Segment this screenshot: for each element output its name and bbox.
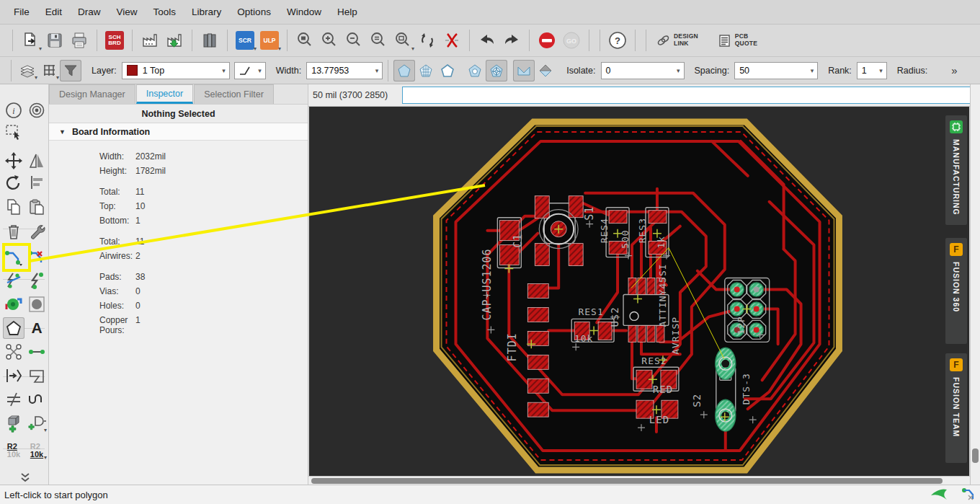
spacing-select[interactable]: 50 ▾ (734, 62, 818, 79)
align-tool[interactable] (26, 172, 48, 193)
route-status-icon[interactable] (960, 487, 976, 503)
signal-tool[interactable] (3, 341, 24, 363)
change-tool[interactable] (26, 221, 48, 242)
menu-file[interactable]: File (6, 4, 37, 20)
stop-button[interactable] (535, 28, 559, 53)
rank-select[interactable]: 1 ▾ (857, 62, 887, 79)
manufacturing-tab[interactable]: MANUFACTURING (945, 115, 967, 225)
menu-view[interactable]: View (109, 4, 146, 20)
menu-options[interactable]: Options (229, 4, 279, 20)
run-ulp-button[interactable]: ULP ▾ (257, 28, 282, 53)
copy-tool[interactable] (3, 196, 24, 218)
fusion-360-tab[interactable]: F FUSION 360 (945, 238, 967, 344)
dropdown-caret: ▾ (879, 67, 883, 74)
ripup-tool[interactable] (26, 247, 48, 269)
grid-button[interactable]: ▾ (38, 60, 60, 81)
spin-button[interactable] (440, 28, 464, 53)
info-tool[interactable]: i (3, 100, 24, 121)
route-airwire-tool[interactable] (3, 247, 24, 269)
library-button[interactable] (197, 28, 222, 53)
zoom-out-button[interactable] (342, 28, 366, 53)
menu-edit[interactable]: Edit (37, 4, 70, 20)
vertical-scrollbar-thumb[interactable] (972, 448, 979, 463)
menu-tools[interactable]: Tools (146, 4, 184, 20)
stop-icon (537, 30, 557, 50)
refresh-button[interactable] (415, 28, 440, 53)
collapse-triangle-icon: ▼ (59, 128, 66, 136)
zoom-select-button[interactable] (366, 28, 391, 53)
ratsnest-tool[interactable] (3, 389, 24, 410)
quick-route-tool[interactable] (26, 270, 48, 291)
menu-help[interactable]: Help (329, 4, 365, 20)
value-tool[interactable]: R2 10k ▾ (26, 440, 48, 461)
design-link-button[interactable]: DESIGNLINK (651, 28, 703, 53)
pour-hatch-button[interactable] (415, 60, 437, 81)
orphans-on-button[interactable] (513, 60, 535, 81)
via-tool[interactable] (3, 293, 24, 315)
horizontal-scrollbar-thumb[interactable] (311, 478, 943, 484)
delete-tool[interactable] (3, 221, 24, 242)
fusion-team-tab[interactable]: F FUSION TEAM (945, 353, 967, 463)
orphans-off-button[interactable] (535, 60, 556, 81)
zoom-in-button[interactable] (317, 28, 342, 53)
show-tool[interactable] (26, 100, 48, 121)
width-select[interactable]: 13.77953 ▾ (306, 62, 383, 79)
signal-wave-tool[interactable] (26, 389, 48, 410)
tab-design-manager[interactable]: Design Manager (49, 84, 135, 104)
info-row: Width:2032mil (49, 149, 308, 164)
pcb-quote-button[interactable]: PCBQUOTE (713, 28, 762, 53)
tab-inspector[interactable]: Inspector (136, 84, 193, 104)
print-button[interactable] (67, 28, 92, 53)
polygon-tool[interactable] (3, 317, 24, 339)
menu-draw[interactable]: Draw (70, 4, 109, 20)
orphan-diamond-icon (538, 63, 553, 78)
text-tool[interactable]: A (26, 317, 48, 339)
command-input[interactable] (402, 87, 977, 104)
redo-button[interactable] (499, 28, 524, 53)
rotate-tool[interactable] (3, 172, 24, 193)
meander-tool[interactable] (3, 365, 24, 386)
switch-sch-brd-button[interactable]: SCH BRD (102, 28, 127, 53)
circle-tool[interactable] (26, 293, 48, 315)
wire-tool[interactable] (26, 341, 48, 363)
layer-settings-button[interactable]: ▾ (17, 60, 38, 81)
open-document-button[interactable]: ▾ (18, 28, 43, 53)
miter-tool[interactable] (26, 365, 48, 386)
select-tool[interactable] (3, 121, 24, 143)
load-job-button[interactable] (162, 28, 187, 53)
pour-solid-button[interactable] (393, 60, 415, 81)
help-button[interactable]: ? (605, 28, 630, 53)
more-params-chevron[interactable]: » (951, 64, 957, 76)
menu-library[interactable]: Library (184, 4, 229, 20)
vertical-scrollbar[interactable] (970, 84, 980, 485)
document-icon (21, 31, 40, 50)
move-tool[interactable] (3, 150, 24, 172)
unroute-tool[interactable] (3, 270, 24, 291)
pcb-board-canvas[interactable]: CAP-US1206C1S1RES4500RES31kFTDIRES110kU$… (308, 106, 970, 476)
bend-style-select[interactable]: ▾ (234, 62, 266, 79)
save-button[interactable] (43, 28, 67, 53)
go-button[interactable]: GO (559, 28, 584, 53)
isolate-select[interactable]: 0 ▾ (601, 62, 685, 79)
unroute-icon (4, 271, 23, 290)
selection-filter-button[interactable] (60, 60, 81, 81)
zoom-fit-button[interactable] (293, 28, 317, 53)
paste-tool[interactable] (26, 196, 48, 218)
tab-selection-filter[interactable]: Selection Filter (194, 84, 274, 104)
pour-outline-button[interactable] (437, 60, 458, 81)
horizontal-scrollbar[interactable] (308, 476, 970, 485)
run-script-button[interactable]: SCR ▾ (233, 28, 257, 53)
layer-select[interactable]: 1 Top ▾ (122, 62, 230, 79)
name-tool[interactable]: R2 10k (3, 440, 24, 461)
add-part-tool[interactable] (3, 412, 24, 434)
thermal-on-button[interactable] (486, 60, 507, 81)
thermal-off-button[interactable] (464, 60, 486, 81)
undo-button[interactable] (475, 28, 499, 53)
add-device-tool[interactable]: ▾ (26, 412, 48, 434)
zoom-redraw-button[interactable]: ▾ (391, 28, 415, 53)
airwire-arrow-icon[interactable] (930, 487, 948, 503)
board-information-header[interactable]: ▼ Board Information (49, 123, 308, 141)
mirror-tool[interactable] (26, 150, 48, 172)
cam-processor-button[interactable] (138, 28, 162, 53)
menu-window[interactable]: Window (279, 4, 329, 20)
